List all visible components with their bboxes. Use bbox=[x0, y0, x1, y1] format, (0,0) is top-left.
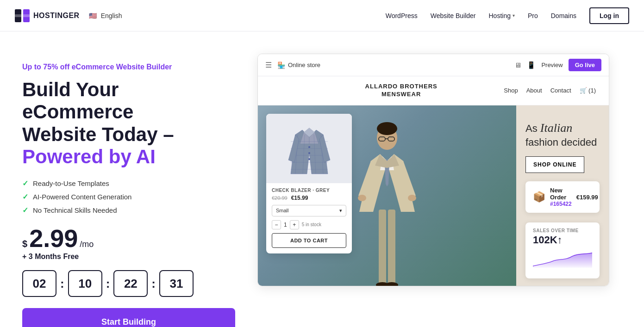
nav-link-website-builder[interactable]: Website Builder bbox=[431, 12, 476, 19]
cart-icon[interactable]: 🛒 (1) bbox=[580, 87, 596, 94]
store-body: CHECK BLAZER · GREY €20.99 €15.99 Small … bbox=[258, 105, 609, 286]
nav-link-domains[interactable]: Domains bbox=[551, 12, 576, 19]
new-price: €15.99 bbox=[291, 195, 308, 201]
store-content: ALLARDO BROTHERS MENSWEAR Shop About Con… bbox=[258, 76, 609, 286]
browser-frame: ☰ 🏪 Online store 🖥 📱 Preview Go live bbox=[257, 54, 609, 286]
order-number: #165422 bbox=[550, 201, 572, 207]
add-to-cart-button[interactable]: ADD TO CART bbox=[272, 233, 346, 248]
toolbar-left: ☰ 🏪 Online store bbox=[265, 61, 320, 69]
sales-label: SALES OVER TIME bbox=[533, 228, 592, 233]
man-silhouette bbox=[341, 119, 433, 286]
language-label: English bbox=[101, 12, 122, 19]
logo-text: HOSTINGER bbox=[33, 12, 80, 20]
box-icon: 📦 bbox=[533, 191, 545, 203]
left-content: Up to 75% off eCommerce Website Builder … bbox=[22, 54, 235, 327]
qty-decrease-button[interactable]: − bbox=[272, 220, 281, 229]
hamburger-icon[interactable]: ☰ bbox=[265, 61, 272, 69]
feature-item-1: ✓Ready-to-Use Templates bbox=[22, 179, 235, 188]
product-info: CHECK BLAZER · GREY €20.99 €15.99 Small … bbox=[266, 183, 352, 229]
browser-toolbar: ☰ 🏪 Online store 🖥 📱 Preview Go live bbox=[258, 54, 609, 76]
svg-point-12 bbox=[308, 146, 310, 148]
store-nav-about[interactable]: About bbox=[526, 87, 542, 94]
toolbar-right: 🖥 📱 Preview Go live bbox=[514, 59, 601, 71]
svg-rect-21 bbox=[388, 210, 395, 286]
size-selector[interactable]: Small ▾ bbox=[272, 205, 346, 216]
mobile-icon[interactable]: 📱 bbox=[527, 61, 536, 69]
fashion-panel: As Italian fashion decided SHOP ONLINE 📦… bbox=[516, 105, 609, 286]
features-list: ✓Ready-to-Use Templates ✓AI-Powered Cont… bbox=[22, 179, 235, 215]
nav-right: WordPress Website Builder Hosting ▾ Pro … bbox=[386, 7, 629, 24]
store-icon: 🏪 bbox=[277, 62, 285, 69]
product-prices: €20.99 €15.99 bbox=[272, 195, 346, 201]
check-icon-2: ✓ bbox=[22, 192, 28, 201]
qty-value: 1 bbox=[284, 222, 287, 228]
blazer-image bbox=[286, 118, 332, 179]
svg-point-14 bbox=[308, 158, 310, 160]
right-content: ☰ 🏪 Online store 🖥 📱 Preview Go live bbox=[257, 54, 629, 286]
chevron-down-icon: ▾ bbox=[339, 208, 342, 214]
timer-seconds: 22 bbox=[113, 270, 148, 297]
svg-point-13 bbox=[308, 152, 310, 154]
store-nav: Shop About Contact 🛒 (1) bbox=[504, 87, 596, 94]
svg-rect-20 bbox=[379, 210, 386, 286]
go-live-button[interactable]: Go live bbox=[569, 59, 601, 71]
language-selector[interactable]: 🇺🇸 English bbox=[88, 12, 122, 19]
quantity-row: − 1 + 5 in stock bbox=[272, 220, 346, 229]
feature-item-2: ✓AI-Powered Content Generation bbox=[22, 192, 235, 201]
timer-minutes: 10 bbox=[68, 270, 102, 297]
store-header: ALLARDO BROTHERS MENSWEAR Shop About Con… bbox=[258, 76, 609, 105]
qty-increase-button[interactable]: + bbox=[290, 220, 299, 229]
svg-point-24 bbox=[358, 195, 366, 201]
desktop-icon[interactable]: 🖥 bbox=[514, 61, 521, 69]
price-dollar: $ bbox=[22, 239, 27, 249]
countdown-timer: 02 : 10 : 22 : 31 bbox=[22, 270, 235, 297]
store-label-text: Online store bbox=[288, 62, 320, 68]
login-button[interactable]: Log in bbox=[589, 7, 629, 24]
store-label: 🏪 Online store bbox=[277, 62, 320, 69]
product-name: CHECK BLAZER · GREY bbox=[272, 188, 346, 193]
main-content: Up to 75% off eCommerce Website Builder … bbox=[0, 31, 644, 327]
chevron-down-icon: ▾ bbox=[513, 13, 515, 18]
feature-item-3: ✓No Technical Skills Needed bbox=[22, 206, 235, 215]
sales-value: 102K↑ bbox=[533, 234, 592, 246]
store-nav-shop[interactable]: Shop bbox=[504, 87, 518, 94]
start-building-button[interactable]: Start Building bbox=[22, 308, 235, 327]
timer-sep-2: : bbox=[106, 277, 110, 291]
nav-link-hosting[interactable]: Hosting ▾ bbox=[488, 12, 514, 19]
store-nav-contact[interactable]: Contact bbox=[550, 87, 571, 94]
product-card: CHECK BLAZER · GREY €20.99 €15.99 Small … bbox=[266, 114, 352, 253]
product-image bbox=[266, 114, 352, 183]
order-text: New Order #165422 bbox=[550, 187, 572, 207]
nav-link-wordpress[interactable]: WordPress bbox=[386, 12, 418, 19]
price-row: $ 2.99 /mo bbox=[22, 226, 235, 251]
timer-sep-3: : bbox=[151, 277, 156, 291]
flag-icon: 🇺🇸 bbox=[88, 12, 98, 19]
store-brand: ALLARDO BROTHERS MENSWEAR bbox=[365, 83, 438, 99]
timer-frames: 31 bbox=[159, 270, 194, 297]
navbar: HOSTINGER 🇺🇸 English WordPress Website B… bbox=[0, 0, 644, 31]
shop-online-button[interactable]: SHOP ONLINE bbox=[525, 156, 584, 173]
timer-hours: 02 bbox=[22, 270, 56, 297]
order-header: 📦 New Order #165422 €159.99 bbox=[533, 187, 592, 207]
svg-rect-2 bbox=[15, 14, 30, 17]
check-icon-1: ✓ bbox=[22, 179, 28, 188]
order-title: New Order bbox=[550, 187, 572, 201]
sales-chart bbox=[533, 248, 592, 271]
in-stock-label: 5 in stock bbox=[302, 222, 321, 227]
preview-button[interactable]: Preview bbox=[541, 62, 563, 68]
headline-purple: Powered by AI bbox=[22, 146, 156, 167]
svg-point-23 bbox=[385, 282, 398, 286]
svg-point-16 bbox=[377, 122, 397, 135]
free-months: + 3 Months Free bbox=[22, 253, 235, 261]
nav-link-pro[interactable]: Pro bbox=[528, 12, 538, 19]
headline: Build Your eCommerce Website Today – Pow… bbox=[22, 79, 235, 168]
check-icon-3: ✓ bbox=[22, 206, 28, 215]
svg-point-25 bbox=[408, 195, 416, 201]
logo[interactable]: HOSTINGER bbox=[15, 9, 80, 22]
price-mo: /mo bbox=[80, 240, 94, 249]
promo-percent: 75% bbox=[43, 63, 58, 71]
nav-left: HOSTINGER 🇺🇸 English bbox=[15, 9, 122, 22]
logo-icon bbox=[15, 9, 30, 22]
promo-tag: Up to 75% off eCommerce Website Builder bbox=[22, 63, 235, 71]
fashion-text: As Italian fashion decided bbox=[525, 120, 600, 149]
